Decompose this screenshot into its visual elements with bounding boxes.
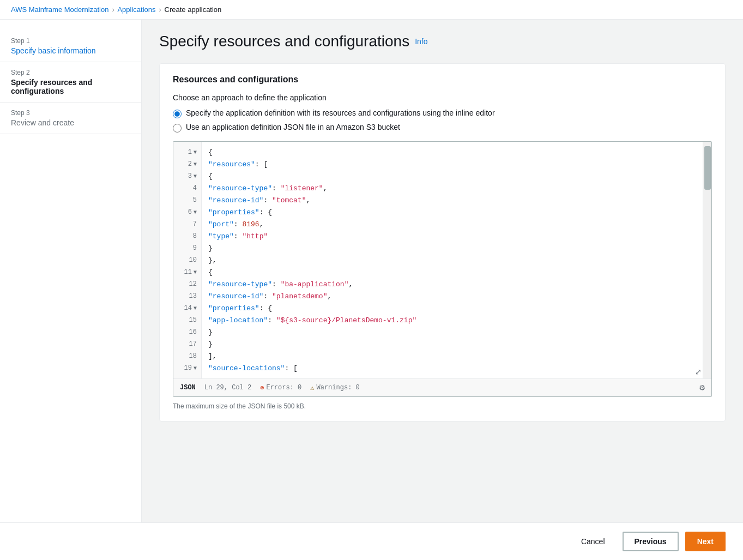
scrollbar[interactable] bbox=[703, 142, 711, 378]
radio-s3-bucket-label: Use an application definition JSON file … bbox=[186, 123, 400, 131]
line-num-18: 18 bbox=[173, 350, 201, 362]
line-num-17: 17 bbox=[173, 338, 201, 350]
page-title-row: Specify resources and configurations Inf… bbox=[159, 33, 726, 50]
radio-inline-editor-input[interactable] bbox=[173, 110, 182, 118]
status-warnings: ⚠ Warnings: 0 bbox=[310, 384, 359, 392]
page-title: Specify resources and configurations bbox=[159, 33, 409, 50]
step2-label: Step 2 bbox=[11, 69, 130, 76]
editor-body: 1▼2▼3▼456▼7891011▼121314▼1516171819▼ { "… bbox=[173, 142, 711, 378]
breadcrumb-current: Create application bbox=[165, 5, 222, 14]
code-line-16: } bbox=[208, 326, 696, 338]
line-num-10: 10 bbox=[173, 254, 201, 266]
expand-icon[interactable]: ⤢ bbox=[695, 368, 702, 377]
line-num-2: 2▼ bbox=[173, 158, 201, 170]
sidebar: Step 1 Specify basic information Step 2 … bbox=[0, 20, 142, 556]
step1-label: Step 1 bbox=[11, 37, 130, 45]
next-button[interactable]: Next bbox=[685, 532, 726, 551]
line-num-5: 5 bbox=[173, 194, 201, 206]
line-num-16: 16 bbox=[173, 326, 201, 338]
cancel-button[interactable]: Cancel bbox=[570, 533, 616, 550]
breadcrumb-sep-2: › bbox=[159, 6, 161, 14]
radio-inline-editor[interactable]: Specify the application definition with … bbox=[173, 109, 712, 118]
radio-s3-bucket-input[interactable] bbox=[173, 124, 182, 133]
error-icon: ⊗ bbox=[260, 384, 264, 392]
line-num-15: 15 bbox=[173, 314, 201, 326]
code-line-18: ], bbox=[208, 350, 696, 362]
code-line-14: "properties": { bbox=[208, 302, 696, 314]
breadcrumb-root[interactable]: AWS Mainframe Modernization bbox=[11, 5, 108, 14]
line-num-6: 6▼ bbox=[173, 206, 201, 218]
breadcrumb: AWS Mainframe Modernization › Applicatio… bbox=[0, 0, 743, 20]
code-line-9: } bbox=[208, 242, 696, 254]
sidebar-step-3[interactable]: Step 3 Review and create bbox=[0, 103, 141, 134]
step3-title: Review and create bbox=[11, 118, 130, 127]
line-num-12: 12 bbox=[173, 278, 201, 290]
max-size-note: The maximum size of the JSON file is 500… bbox=[173, 402, 712, 410]
code-line-4: "resource-type": "listener", bbox=[208, 182, 696, 194]
main-content: Specify resources and configurations Inf… bbox=[142, 20, 743, 556]
scrollbar-thumb[interactable] bbox=[704, 146, 711, 190]
code-line-15: "app-location": "${s3-source}/PlanetsDem… bbox=[208, 314, 696, 326]
sidebar-step-2[interactable]: Step 2 Specify resources and configurati… bbox=[0, 62, 141, 103]
settings-icon[interactable]: ⚙ bbox=[699, 382, 705, 393]
code-line-12: "resource-type": "ba-application", bbox=[208, 278, 696, 290]
status-lang: JSON bbox=[180, 384, 196, 392]
code-line-11: { bbox=[208, 266, 696, 278]
line-num-7: 7 bbox=[173, 218, 201, 230]
line-num-14: 14▼ bbox=[173, 302, 201, 314]
footer: Cancel Previous Next bbox=[0, 522, 743, 560]
code-line-19: "source-locations": [ bbox=[208, 362, 696, 374]
line-num-3: 3▼ bbox=[173, 170, 201, 182]
info-link[interactable]: Info bbox=[415, 37, 427, 46]
code-line-10: }, bbox=[208, 254, 696, 266]
line-numbers: 1▼2▼3▼456▼7891011▼121314▼1516171819▼ bbox=[173, 142, 202, 378]
status-errors: ⊗ Errors: 0 bbox=[260, 384, 301, 392]
code-editor[interactable]: 1▼2▼3▼456▼7891011▼121314▼1516171819▼ { "… bbox=[173, 141, 712, 397]
radio-s3-bucket[interactable]: Use an application definition JSON file … bbox=[173, 123, 712, 133]
line-num-8: 8 bbox=[173, 230, 201, 242]
line-num-11: 11▼ bbox=[173, 266, 201, 278]
code-content[interactable]: { "resources": [ { "resource-type": "lis… bbox=[202, 142, 703, 378]
code-line-5: "resource-id": "tomcat", bbox=[208, 194, 696, 206]
code-line-13: "resource-id": "planetsdemo", bbox=[208, 290, 696, 302]
warning-icon: ⚠ bbox=[310, 384, 314, 392]
resources-card: Resources and configurations Choose an a… bbox=[159, 63, 726, 421]
breadcrumb-applications[interactable]: Applications bbox=[117, 5, 155, 14]
code-line-3: { bbox=[208, 170, 696, 182]
code-line-6: "properties": { bbox=[208, 206, 696, 218]
approach-label: Choose an approach to define the applica… bbox=[173, 93, 712, 102]
previous-button[interactable]: Previous bbox=[623, 532, 679, 551]
radio-inline-editor-label: Specify the application definition with … bbox=[186, 109, 495, 117]
step3-label: Step 3 bbox=[11, 109, 130, 117]
step1-title: Specify basic information bbox=[11, 46, 130, 55]
line-num-13: 13 bbox=[173, 290, 201, 302]
card-title: Resources and configurations bbox=[173, 75, 712, 85]
breadcrumb-sep-1: › bbox=[112, 6, 114, 14]
code-line-17: } bbox=[208, 338, 696, 350]
code-line-1: { bbox=[208, 146, 696, 158]
line-num-1: 1▼ bbox=[173, 146, 201, 158]
step2-title: Specify resources and configurations bbox=[11, 78, 130, 95]
line-num-4: 4 bbox=[173, 182, 201, 194]
line-num-9: 9 bbox=[173, 242, 201, 254]
status-position: Ln 29, Col 2 bbox=[204, 384, 251, 392]
code-line-7: "port": 8196, bbox=[208, 218, 696, 230]
sidebar-step-1[interactable]: Step 1 Specify basic information bbox=[0, 31, 141, 62]
line-num-19: 19▼ bbox=[173, 362, 201, 374]
code-line-2: "resources": [ bbox=[208, 158, 696, 170]
app-layout: Step 1 Specify basic information Step 2 … bbox=[0, 20, 743, 556]
code-line-8: "type": "http" bbox=[208, 230, 696, 242]
status-bar: JSON Ln 29, Col 2 ⊗ Errors: 0 ⚠ Warnings… bbox=[173, 378, 711, 396]
